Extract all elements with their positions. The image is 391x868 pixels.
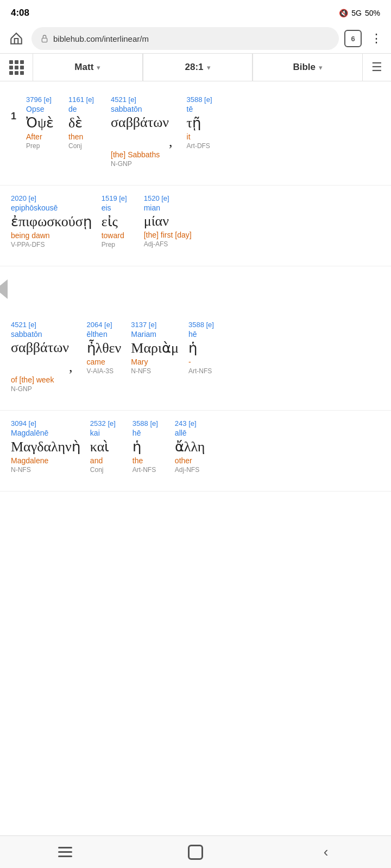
word-cell-elthen: 2064 [e] ēlthen ἦλθεν came V-AIA-3S: [87, 321, 122, 375]
english-he-1: -: [188, 358, 191, 366]
strongs-3094[interactable]: 3094 [e]: [11, 419, 36, 427]
battery-level: 50%: [365, 9, 380, 17]
bottom-nav-home-button[interactable]: [174, 839, 217, 866]
tab-count-badge[interactable]: 6: [344, 30, 362, 47]
word-cell-magdalene: 3094 [e] Magdalēnē Μαγδαληνὴ Magdalene N…: [11, 419, 80, 474]
greek-opse: Ὀψὲ: [26, 114, 54, 131]
word-cell-eis: 1519 [e] eis εἰς toward Prep: [102, 194, 134, 248]
strongs-4521b[interactable]: 4521 [e]: [11, 321, 36, 329]
address-bar-row: biblehub.com/interlinear/m 6 ⋮: [0, 24, 391, 53]
strongs-3588a[interactable]: 3588 [e]: [187, 95, 212, 104]
more-options-button[interactable]: ⋮: [367, 30, 384, 47]
punct-comma-1: ,: [169, 134, 173, 150]
grammar-mian: Adj-AFS: [144, 240, 168, 248]
english-de: then: [68, 132, 83, 141]
english-mian: [the] first [day]: [144, 231, 192, 239]
words-row-1d: 3094 [e] Magdalēnē Μαγδαληνὴ Magdalene N…: [11, 419, 380, 478]
nav-bar: Matt ▾ 28:1 ▾ Bible ▾ ☰: [0, 53, 391, 81]
word-cell-opse: 3796 [e] Opse Ὀψὲ After Prep: [26, 95, 59, 150]
translit-sabbaton-2: sabbatōn: [11, 330, 42, 339]
grammar-mariam: N-NFS: [131, 367, 151, 375]
main-content: 1 3796 [e] Opse Ὀψὲ After Prep 1161 [e] …: [0, 81, 391, 540]
url-text: biblehub.com/interlinear/m: [53, 34, 330, 43]
svg-rect-0: [42, 38, 47, 42]
greek-kai: καὶ: [90, 438, 110, 455]
english-sabbaton-2: of [the] week: [11, 375, 54, 384]
strongs-3588c[interactable]: 3588 [e]: [133, 419, 158, 427]
bottom-nav-bar: ‹: [0, 835, 391, 868]
strongs-3588b[interactable]: 3588 [e]: [188, 321, 214, 329]
strongs-243[interactable]: 243 [e]: [175, 419, 197, 427]
greek-sabbaton-2: σαββάτων: [11, 340, 69, 356]
english-alle: other: [175, 456, 192, 465]
english-mariam: Mary: [131, 358, 148, 366]
english-he-2: the: [133, 456, 143, 465]
english-eis: toward: [102, 231, 124, 240]
greek-te: τῇ: [187, 114, 201, 131]
prev-page-arrow[interactable]: [0, 279, 387, 299]
grammar-eis: Prep: [102, 241, 115, 248]
translit-sabbaton-1: sabbatōn: [111, 105, 142, 113]
translit-alle: allē: [175, 429, 187, 437]
chapter-selector[interactable]: 28:1 ▾: [143, 53, 253, 81]
strongs-2020[interactable]: 2020 [e]: [11, 194, 36, 202]
translit-mariam: Mariam: [131, 330, 156, 339]
strongs-3137[interactable]: 3137 [e]: [131, 321, 156, 329]
lock-icon: [40, 34, 49, 43]
status-bar: 4:08 🔇 5G 50%: [0, 0, 391, 24]
greek-eis: εἰς: [102, 213, 118, 230]
verse-1-section-c: 4521 [e] sabbatōn σαββάτων , of [the] we…: [0, 312, 391, 411]
grammar-de: Conj: [68, 142, 82, 150]
grammar-alle: Adj-NFS: [175, 466, 199, 474]
bottom-nav-back-button[interactable]: ‹: [304, 839, 348, 866]
address-bar[interactable]: biblehub.com/interlinear/m: [31, 27, 339, 50]
english-opse: After: [26, 132, 42, 141]
verse-1-section-d: 3094 [e] Magdalēnē Μαγδαληνὴ Magdalene N…: [0, 411, 391, 492]
bible-label: Bible: [293, 62, 316, 73]
grid-menu-button[interactable]: [0, 53, 33, 81]
chapter-chevron-icon: ▾: [207, 63, 211, 72]
words-row-1c: 4521 [e] sabbatōn σαββάτων , of [the] we…: [11, 321, 380, 397]
grammar-elthen: V-AIA-3S: [87, 367, 113, 375]
grammar-sabbaton-1: N-GNP: [111, 160, 132, 168]
left-arrow-icon: [0, 279, 8, 299]
strongs-1519[interactable]: 1519 [e]: [102, 194, 127, 202]
english-epiphoskouse: being dawn: [11, 231, 50, 240]
greek-he-2: ἡ: [133, 438, 141, 455]
bible-chevron-icon: ▾: [319, 63, 323, 72]
punct-comma-2: ,: [69, 359, 73, 375]
grammar-epiphoskouse: V-PPA-DFS: [11, 241, 45, 248]
translit-mian: mian: [144, 203, 160, 212]
strongs-1520[interactable]: 1520 [e]: [144, 194, 169, 202]
strongs-1161[interactable]: 1161 [e]: [68, 95, 94, 104]
chapter-label: 28:1: [185, 62, 203, 73]
bottom-nav-menu-button[interactable]: [43, 839, 87, 866]
translit-he-1: hē: [188, 330, 197, 339]
greek-he-1: ἡ: [188, 340, 197, 356]
greek-magdalene: Μαγδαληνὴ: [11, 438, 80, 455]
word-cell-mariam: 3137 [e] Mariam Μαριὰμ Mary N-NFS: [131, 321, 179, 375]
book-selector[interactable]: Matt ▾: [33, 53, 143, 81]
word-cell-te: 3588 [e] tē τῇ it Art-DFS: [187, 95, 219, 150]
grammar-sabbaton-2: N-GNP: [11, 385, 32, 393]
strongs-3796[interactable]: 3796 [e]: [26, 95, 52, 104]
strongs-4521a[interactable]: 4521 [e]: [111, 95, 136, 104]
book-label: Matt: [74, 62, 93, 73]
word-cell-alle: 243 [e] allē ἄλλη other Adj-NFS: [175, 419, 207, 474]
home-button[interactable]: [7, 29, 26, 48]
grammar-he-2: Art-NFS: [133, 466, 156, 474]
words-row-1a: 3796 [e] Opse Ὀψὲ After Prep 1161 [e] de…: [26, 95, 380, 172]
translit-opse: Opse: [26, 105, 44, 113]
book-chevron-icon: ▾: [97, 63, 100, 72]
strongs-2532[interactable]: 2532 [e]: [90, 419, 116, 427]
hamburger-button[interactable]: ☰: [363, 53, 391, 81]
greek-sabbaton-1: σαββάτων: [111, 114, 169, 131]
translit-de: de: [68, 105, 77, 113]
status-icons: 🔇 5G 50%: [339, 9, 380, 17]
signal-strength: 5G: [351, 9, 362, 17]
bible-selector[interactable]: Bible ▾: [253, 53, 363, 81]
word-cell-epiphoskouse: 2020 [e] epiphōskousē ἐπιφωσκούσῃ being …: [11, 194, 92, 248]
word-cell-de: 1161 [e] de δὲ then Conj: [68, 95, 101, 150]
strongs-2064[interactable]: 2064 [e]: [87, 321, 112, 329]
mute-icon: 🔇: [339, 9, 348, 17]
